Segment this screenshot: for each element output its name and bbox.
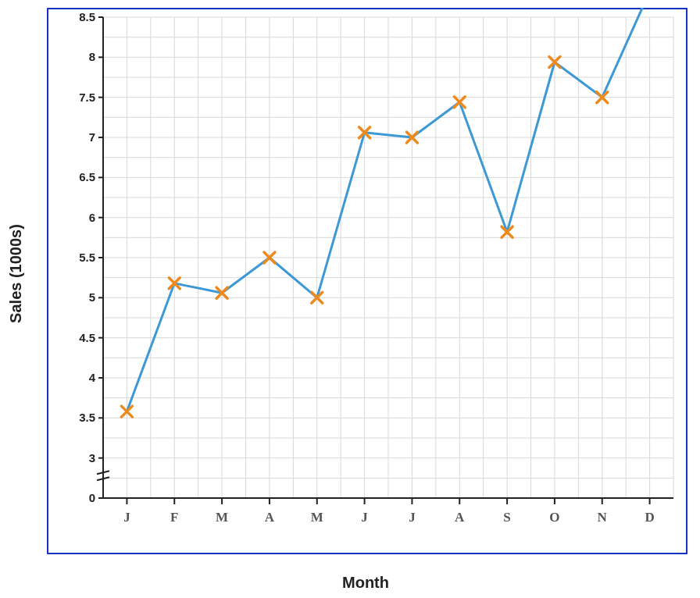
- y-tick-label: 4.5: [79, 331, 95, 344]
- x-tick-label: A: [265, 510, 275, 525]
- y-tick-label: 5: [89, 290, 95, 304]
- y-tick-label: 8.5: [79, 10, 95, 23]
- y-axis-label: Sales (1000s): [0, 0, 31, 546]
- y-tick-label: 4: [89, 371, 96, 384]
- x-tick-label: M: [311, 510, 323, 525]
- x-tick-label: J: [361, 510, 368, 525]
- y-axis-label-text: Sales (1000s): [7, 224, 25, 323]
- x-tick-label: S: [503, 510, 510, 525]
- x-tick-label: M: [216, 510, 228, 525]
- x-tick-label: O: [549, 510, 559, 525]
- y-tick-label: 7.5: [79, 91, 95, 104]
- x-tick-label: F: [170, 510, 178, 525]
- x-tick-label: N: [598, 510, 608, 525]
- y-tick-label: 3: [89, 451, 95, 465]
- x-tick-label: J: [409, 510, 416, 525]
- y-tick-label: 6: [89, 211, 95, 224]
- y-tick-label: 7: [89, 130, 95, 144]
- sales-line-chart: 033.544.555.566.577.588.59JFMAMJJASOND: [47, 8, 688, 554]
- y-tick-label: 0: [89, 491, 95, 504]
- y-tick-label: 3.5: [79, 411, 95, 424]
- x-axis-label: Month: [47, 574, 684, 592]
- y-tick-label: 8: [89, 50, 95, 63]
- y-tick-label: 5.5: [79, 251, 95, 264]
- x-tick-label: J: [123, 510, 130, 525]
- y-tick-label: 6.5: [79, 170, 95, 183]
- x-tick-label: A: [455, 510, 465, 525]
- x-tick-label: D: [645, 510, 654, 525]
- x-axis-label-text: Month: [342, 574, 389, 591]
